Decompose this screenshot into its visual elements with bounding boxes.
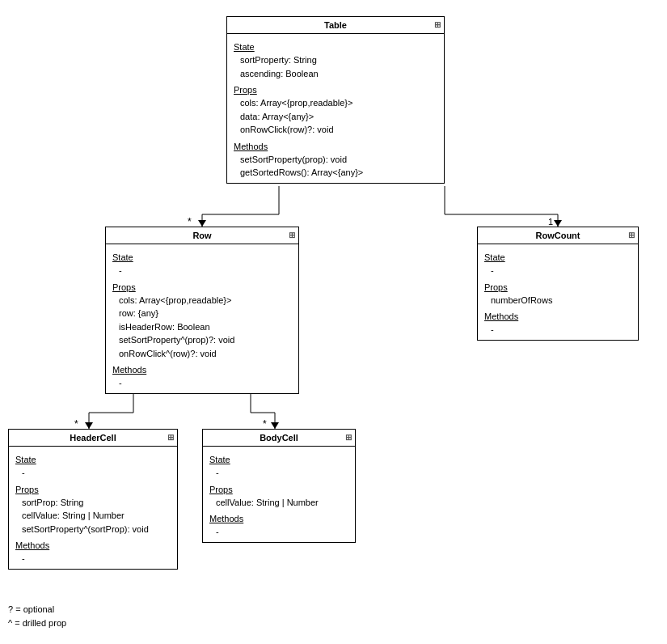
headercell-props-label: Props	[15, 485, 171, 494]
bodycell-title-text: BodyCell	[260, 433, 298, 443]
svg-marker-3	[198, 220, 206, 227]
rowcount-icon: ⊞	[628, 231, 635, 239]
legend: ? = optional ^ = drilled prop	[8, 603, 66, 631]
table-props-label: Props	[234, 85, 437, 95]
svg-text:1: 1	[548, 217, 553, 227]
bodycell-box: BodyCell ⊞ State - Props cellValue: Stri…	[202, 429, 356, 543]
headercell-props-content: sortProp: String cellValue: String | Num…	[22, 496, 171, 536]
table-state-content: sortProperty: String ascending: Boolean	[240, 53, 437, 80]
row-state-content: -	[119, 264, 292, 278]
legend-item-drilled: ^ = drilled prop	[8, 616, 66, 631]
headercell-state-content: -	[22, 466, 171, 480]
bodycell-methods-label: Methods	[209, 514, 348, 523]
headercell-box: HeaderCell ⊞ State - Props sortProp: Str…	[8, 429, 178, 570]
diagram-container: * 1 * * Table ⊞ State	[0, 0, 667, 644]
row-state-label: State	[112, 252, 292, 262]
headercell-title-text: HeaderCell	[70, 433, 116, 443]
headercell-methods-content: -	[22, 552, 171, 566]
headercell-methods-label: Methods	[15, 540, 171, 550]
headercell-title: HeaderCell ⊞	[9, 430, 177, 447]
rowcount-body: State - Props numberOfRows Methods -	[478, 244, 638, 340]
row-props-label: Props	[112, 282, 292, 292]
rowcount-methods-content: -	[491, 323, 631, 337]
rowcount-methods-label: Methods	[484, 311, 631, 321]
bodycell-body: State - Props cellValue: String | Number…	[203, 447, 355, 542]
table-title-text: Table	[324, 20, 347, 30]
row-methods-content: -	[119, 376, 292, 390]
rowcount-title: RowCount ⊞	[478, 227, 638, 244]
bodycell-props-label: Props	[209, 485, 348, 494]
table-methods-label: Methods	[234, 142, 437, 151]
headercell-state-label: State	[15, 455, 171, 464]
table-body: State sortProperty: String ascending: Bo…	[227, 34, 444, 183]
rowcount-props-content: numberOfRows	[491, 294, 631, 307]
row-methods-label: Methods	[112, 365, 292, 375]
table-box: Table ⊞ State sortProperty: String ascen…	[226, 16, 445, 184]
table-state-label: State	[234, 42, 437, 52]
bodycell-state-content: -	[216, 466, 348, 480]
bodycell-title: BodyCell ⊞	[203, 430, 355, 447]
rowcount-state-content: -	[491, 264, 631, 278]
headercell-body: State - Props sortProp: String cellValue…	[9, 447, 177, 569]
svg-marker-13	[85, 422, 93, 429]
legend-item-optional: ? = optional	[8, 603, 66, 617]
bodycell-state-label: State	[209, 455, 348, 464]
svg-marker-8	[554, 220, 562, 227]
bodycell-props-content: cellValue: String | Number	[216, 496, 348, 510]
row-title: Row ⊞	[106, 227, 298, 244]
table-methods-content: setSortProperty(prop): void getSortedRow…	[240, 153, 437, 180]
table-icon: ⊞	[434, 20, 441, 29]
rowcount-box: RowCount ⊞ State - Props numberOfRows Me…	[477, 227, 639, 341]
rowcount-state-label: State	[484, 252, 631, 262]
row-body: State - Props cols: Array<{prop,readable…	[106, 244, 298, 393]
bodycell-icon: ⊞	[345, 433, 352, 442]
row-box: Row ⊞ State - Props cols: Array<{prop,re…	[105, 227, 299, 394]
row-title-text: Row	[192, 231, 211, 240]
svg-text:*: *	[188, 216, 192, 227]
bodycell-methods-content: -	[216, 525, 348, 539]
svg-text:*: *	[74, 418, 78, 430]
svg-marker-18	[271, 422, 279, 429]
row-props-content: cols: Array<{prop,readable}> row: {any} …	[119, 294, 292, 361]
rowcount-title-text: RowCount	[536, 231, 580, 240]
row-icon: ⊞	[289, 231, 295, 239]
rowcount-props-label: Props	[484, 282, 631, 292]
headercell-icon: ⊞	[167, 433, 174, 442]
table-title: Table ⊞	[227, 17, 444, 34]
svg-text:*: *	[263, 418, 267, 430]
table-props-content: cols: Array<{prop,readable}> data: Array…	[240, 96, 437, 137]
